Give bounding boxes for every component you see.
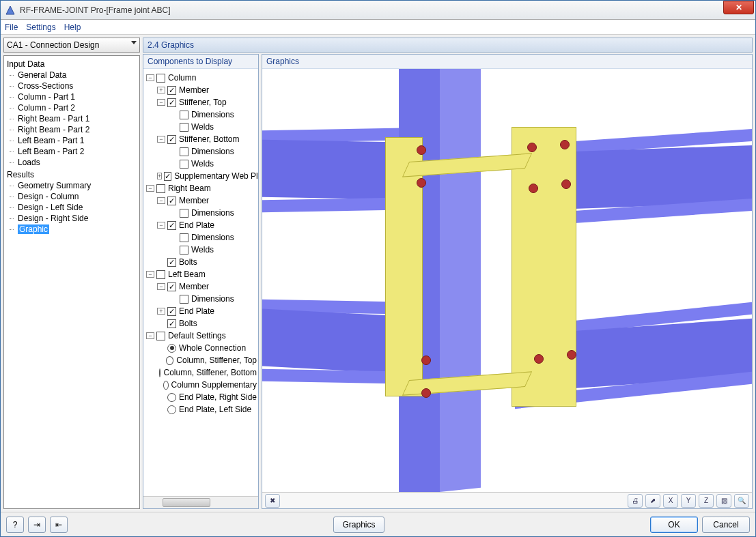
tree-radio[interactable]: End Plate, Left Side [145,403,257,416]
tree-node[interactable]: −End Plate [145,219,257,231]
tree-node[interactable]: Dimensions [145,145,257,158]
menu-help[interactable]: Help [64,23,81,32]
menubar: File Settings Help [1,20,755,35]
ok-button[interactable]: OK [650,517,698,533]
nav-item[interactable]: Left Beam - Part 2 [5,146,138,157]
titlebar: RF-FRAME-JOINT Pro - [Frame joint ABC] ✕ [1,1,755,20]
nav-item[interactable]: Design - Left Side [5,202,138,213]
components-panel: Components to Display −Column +Member −S… [143,54,259,509]
tree-node[interactable]: −Member [145,280,257,293]
bolt-icon [560,140,570,149]
export-icon[interactable]: ⇤ [50,517,68,533]
title-app: RF-FRAME-JOINT Pro [20,5,103,15]
zoom-icon[interactable]: 🔍 [734,494,749,508]
tree-node[interactable]: +End Plate [145,305,257,317]
bolt-icon [529,184,538,193]
menu-settings[interactable]: Settings [26,23,55,32]
case-combo-value: CA1 - Connection Design [7,40,99,50]
app-window: RF-FRAME-JOINT Pro - [Frame joint ABC] ✕… [0,0,756,537]
nav-item[interactable]: Right Beam - Part 1 [5,113,138,124]
tree-node[interactable]: −Stiffener, Bottom [145,133,257,145]
nav-item-graphic[interactable]: Graphic [5,224,138,235]
components-tree[interactable]: −Column +Member −Stiffener, Top Dimensio… [143,69,258,496]
tree-radio[interactable]: Column, Stiffener, Bottom [145,366,257,379]
section-title: 2.4 Graphics [148,40,194,50]
content: CA1 - Connection Design Input Data Gener… [1,35,755,512]
title-doc: [Frame joint ABC] [106,5,170,15]
axes-icon[interactable]: ⬈ [645,494,660,508]
bottom-bar: ? ⇥ ⇤ Graphics OK Cancel [1,512,755,536]
help-icon[interactable]: ? [6,517,24,533]
bolt-icon [527,143,537,152]
tree-node-right-beam[interactable]: −Right Beam [145,182,257,194]
components-hscroll[interactable] [143,496,258,508]
delete-view-icon[interactable]: ✖ [265,494,280,508]
cancel-button[interactable]: Cancel [702,517,750,533]
nav-item[interactable]: Right Beam - Part 2 [5,124,138,135]
bolt-icon [561,179,571,189]
tree-node-column[interactable]: −Column [145,72,257,84]
tree-node[interactable]: Dimensions [145,108,257,121]
bolt-icon [417,145,426,155]
view-x-icon[interactable]: X [663,494,678,508]
tree-node[interactable]: Welds [145,244,257,256]
nav-item[interactable]: Design - Column [5,191,138,202]
graphics-header: Graphics [262,55,752,69]
tree-node[interactable]: −Stiffener, Top [145,96,257,108]
main-panel: 2.4 Graphics Components to Display −Colu… [143,38,753,509]
app-icon [5,5,16,16]
view-y-icon[interactable]: Y [681,494,696,508]
import-icon[interactable]: ⇥ [28,517,46,533]
graphics-panel: Graphics [262,54,753,509]
graphics-button[interactable]: Graphics [333,517,384,533]
tree-node[interactable]: Dimensions [145,207,257,219]
tree-node[interactable]: Welds [145,158,257,170]
left-panel: CA1 - Connection Design Input Data Gener… [3,38,140,509]
nav-item[interactable]: Column - Part 1 [5,91,138,102]
chevron-down-icon [131,41,137,44]
bolt-icon [421,388,431,398]
case-combo[interactable]: CA1 - Connection Design [3,38,140,53]
tree-node[interactable]: +Supplementary Web Plate [145,170,257,182]
close-button[interactable]: ✕ [723,1,754,14]
graphics-toolbar: ✖ 🖨 ⬈ X Y Z ▧ 🔍 [262,492,752,508]
scrollbar-thumb[interactable] [163,498,210,507]
nav-item[interactable]: Geometry Summary [5,180,138,191]
menu-file[interactable]: File [5,23,18,32]
tree-node[interactable]: −Member [145,194,257,207]
nav-item[interactable]: Loads [5,157,138,168]
tree-node[interactable]: Welds [145,121,257,133]
bolt-icon [421,355,431,365]
tree-radio[interactable]: Column, Stiffener, Top [145,354,257,366]
nav-group-results: Results [5,169,138,180]
bolt-icon [417,178,426,188]
components-header: Components to Display [143,55,258,69]
tree-node[interactable]: Bolts [145,256,257,268]
section-header: 2.4 Graphics [143,38,753,53]
end-plate-right [512,127,576,407]
close-icon: ✕ [736,3,742,12]
nav-item[interactable]: Cross-Sections [5,81,138,91]
view-z-icon[interactable]: Z [699,494,714,508]
tree-node[interactable]: Dimensions [145,231,257,244]
nav-group-input-data: Input Data [5,59,138,70]
tree-radio[interactable]: Whole Connection [145,342,257,354]
iso-icon[interactable]: ▧ [716,494,731,508]
bolt-icon [567,350,576,360]
tree-radio[interactable]: Column Supplementary [145,379,257,391]
tree-node[interactable]: Bolts [145,317,257,330]
tree-radio[interactable]: End Plate, Right Side [145,391,257,403]
nav-item[interactable]: Column - Part 2 [5,102,138,113]
bolt-icon [534,354,544,364]
tree-node[interactable]: +Member [145,84,257,96]
tree-node-left-beam[interactable]: −Left Beam [145,268,257,280]
tree-node-default-settings[interactable]: −Default Settings [145,330,257,342]
nav-item[interactable]: General Data [5,70,138,81]
tree-node[interactable]: Dimensions [145,293,257,305]
nav-item[interactable]: Design - Right Side [5,213,138,224]
navigator-tree[interactable]: Input Data General Data Cross-Sections C… [3,55,140,509]
nav-item[interactable]: Left Beam - Part 1 [5,135,138,146]
print-icon[interactable]: 🖨 [628,494,643,508]
graphics-viewport[interactable] [262,69,752,492]
